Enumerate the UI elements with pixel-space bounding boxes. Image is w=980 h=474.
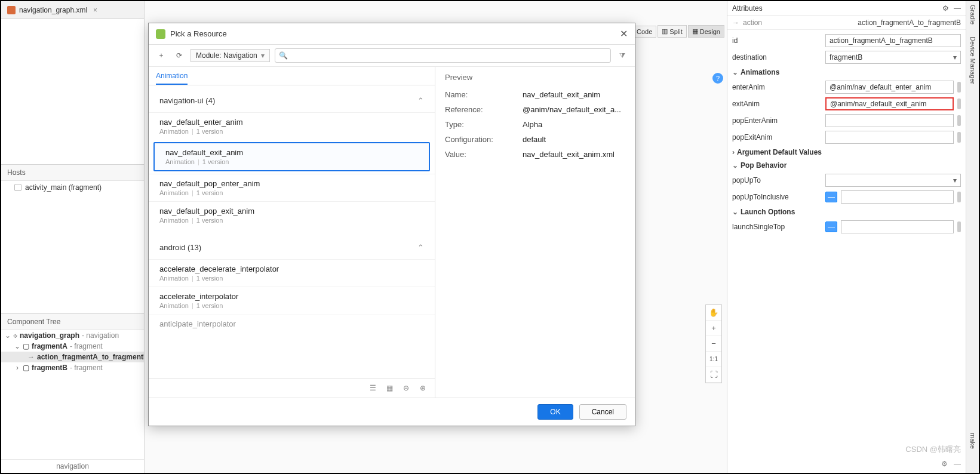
- gear-icon[interactable]: ⚙: [941, 460, 948, 468]
- resource-item-anticipate[interactable]: anticipate_interpolator: [149, 314, 435, 333]
- resource-picker-dialog: Pick a Resource ✕ + ⟳ Module: Navigation…: [148, 23, 635, 426]
- zoom-fit-icon[interactable]: ⛶: [706, 367, 721, 383]
- indicator-icon[interactable]: [957, 132, 961, 143]
- chevron-right-icon[interactable]: ›: [732, 148, 735, 156]
- resource-item-pop-exit[interactable]: nav_default_pop_exit_anim Animation|1 ve…: [149, 201, 435, 229]
- nav-footer: navigation: [1, 459, 144, 473]
- id-label: id: [732, 36, 822, 45]
- indicator-icon[interactable]: [957, 115, 961, 126]
- exitanim-field[interactable]: @anim/nav_default_exit_anim: [825, 97, 954, 110]
- popuptoinclusive-checkbox[interactable]: —: [825, 192, 837, 202]
- pan-tool-icon[interactable]: ✋: [706, 305, 721, 321]
- breadcrumb-type: action: [743, 19, 762, 27]
- group-android[interactable]: android (13)⌃: [149, 236, 435, 259]
- tree-fragment-b[interactable]: › ▢ fragmentB - fragment: [1, 362, 144, 373]
- popuptoinclusive-label: popUpToInclusive: [732, 193, 822, 201]
- tab-animation[interactable]: Animation: [156, 72, 188, 85]
- grid-view-icon[interactable]: ▦: [383, 382, 395, 394]
- module-selector[interactable]: Module: Navigation▾: [191, 49, 270, 62]
- popenteranim-field[interactable]: [825, 114, 954, 127]
- launchsingletop-field[interactable]: [841, 220, 954, 233]
- list-view-icon[interactable]: ☰: [367, 382, 379, 394]
- minimize-icon[interactable]: —: [954, 4, 961, 13]
- action-arrow-icon: →: [27, 353, 35, 361]
- fragment-icon: ▢: [23, 364, 29, 372]
- chevron-down-icon[interactable]: ⌄: [732, 161, 738, 170]
- chevron-up-icon: ⌃: [417, 96, 424, 105]
- gradle-sidebar[interactable]: Gradle: [969, 5, 976, 24]
- search-input[interactable]: 🔍: [275, 48, 611, 63]
- chevron-down-icon[interactable]: ⌄: [732, 208, 738, 216]
- indicator-icon[interactable]: [957, 192, 961, 202]
- close-tab-icon[interactable]: ×: [93, 6, 97, 14]
- make-sidebar[interactable]: make: [969, 433, 976, 449]
- filter-icon[interactable]: ⧩: [616, 49, 629, 62]
- view-split-button[interactable]: ▥Split: [658, 25, 686, 38]
- preview-config: default: [523, 135, 625, 144]
- layout-icon: [14, 184, 21, 191]
- popuptoinclusive-field[interactable]: [841, 190, 954, 204]
- help-icon[interactable]: ?: [712, 73, 723, 84]
- launchsingletop-label: launchSingleTop: [732, 223, 822, 231]
- indicator-icon[interactable]: [957, 82, 961, 93]
- tree-fragment-a[interactable]: ⌄ ▢ fragmentA - fragment: [1, 341, 144, 352]
- chevron-down-icon[interactable]: ⌄: [14, 342, 20, 350]
- tree-root[interactable]: ⌄ ⟐ navigation_graph - navigation: [1, 330, 144, 341]
- resource-item-enter[interactable]: nav_default_enter_anim Animation|1 versi…: [149, 112, 435, 140]
- file-icon: [7, 6, 16, 14]
- preview-header: Preview: [445, 73, 625, 82]
- fragment-icon: ▢: [23, 342, 29, 350]
- view-design-button[interactable]: ▦Design: [688, 25, 724, 38]
- minus-circle-icon[interactable]: ⊖: [400, 382, 412, 394]
- destination-field[interactable]: fragmentB: [825, 51, 961, 64]
- preview-reference: @anim/nav_default_exit_a...: [523, 105, 625, 114]
- add-icon[interactable]: +: [155, 49, 168, 62]
- zoom-toolbar: ✋ + − 1:1 ⛶: [705, 304, 722, 383]
- gear-icon[interactable]: ⚙: [942, 4, 949, 13]
- tree-action[interactable]: → action_fragmentA_to_fragmentB: [1, 352, 144, 362]
- hosts-item[interactable]: activity_main (fragment): [1, 181, 144, 194]
- close-icon[interactable]: ✕: [620, 28, 628, 39]
- ok-button[interactable]: OK: [537, 404, 573, 420]
- plus-circle-icon[interactable]: ⊕: [417, 382, 429, 394]
- watermark: CSDN @韩曙亮: [905, 444, 961, 455]
- animations-section[interactable]: Animations: [741, 68, 779, 76]
- device-manager-sidebar[interactable]: Device Manager: [969, 36, 976, 84]
- attributes-title: Attributes: [732, 4, 763, 13]
- indicator-icon[interactable]: [957, 99, 961, 109]
- enteranim-field[interactable]: @anim/nav_default_enter_anim: [825, 81, 954, 94]
- editor-tab[interactable]: navigation_graph.xml ×: [1, 1, 144, 19]
- indicator-icon[interactable]: [957, 221, 961, 232]
- chevron-down-icon[interactable]: ⌄: [5, 331, 11, 340]
- popupto-field[interactable]: [825, 174, 961, 187]
- cancel-button[interactable]: Cancel: [579, 404, 626, 420]
- tab-filename: navigation_graph.xml: [19, 6, 87, 14]
- popenteranim-label: popEnterAnim: [732, 116, 822, 125]
- popexitanim-label: popExitAnim: [732, 133, 822, 141]
- popupto-label: popUpTo: [732, 176, 822, 184]
- zoom-in-icon[interactable]: +: [706, 321, 721, 336]
- chevron-down-icon[interactable]: ⌄: [732, 68, 738, 76]
- component-tree-header: Component Tree: [1, 314, 144, 330]
- action-arrow-icon: →: [732, 19, 739, 27]
- hosts-item-label: activity_main (fragment): [25, 183, 102, 192]
- minimize-icon[interactable]: —: [954, 460, 961, 468]
- launchoptions-section[interactable]: Launch Options: [741, 208, 795, 216]
- popexitanim-field[interactable]: [825, 131, 954, 144]
- zoom-out-icon[interactable]: −: [706, 336, 721, 352]
- resource-item-accel[interactable]: accelerate_interpolator Animation|1 vers…: [149, 287, 435, 314]
- resource-item-pop-enter[interactable]: nav_default_pop_enter_anim Animation|1 v…: [149, 174, 435, 201]
- launchsingletop-checkbox[interactable]: —: [825, 221, 837, 232]
- popbehavior-section[interactable]: Pop Behavior: [741, 161, 787, 170]
- nav-graph-icon: ⟐: [13, 331, 17, 340]
- id-field[interactable]: action_fragmentA_to_fragmentB: [825, 34, 961, 47]
- zoom-1to1-icon[interactable]: 1:1: [706, 352, 721, 367]
- argdefaults-section[interactable]: Argument Default Values: [737, 148, 822, 156]
- chevron-right-icon[interactable]: ›: [14, 364, 20, 372]
- destination-label: destination: [732, 53, 822, 61]
- resource-item-exit[interactable]: nav_default_exit_anim Animation|1 versio…: [153, 142, 430, 171]
- group-navigation-ui[interactable]: navigation-ui (4)⌃: [149, 89, 435, 112]
- refresh-icon[interactable]: ⟳: [173, 49, 186, 62]
- search-icon: 🔍: [279, 51, 288, 60]
- resource-item-accel-decel[interactable]: accelerate_decelerate_interpolator Anima…: [149, 259, 435, 287]
